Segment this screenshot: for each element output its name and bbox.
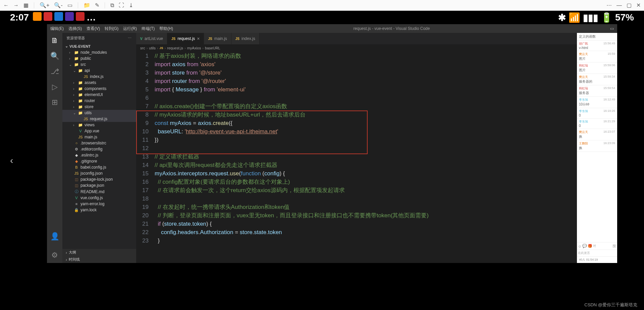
- file-item[interactable]: ○.browserslistrc: [62, 140, 136, 146]
- folder-item[interactable]: ›📁store: [62, 104, 136, 110]
- zoom-out-icon[interactable]: 🔍-: [54, 2, 62, 8]
- file-item[interactable]: ⓘREADME.md: [62, 188, 136, 195]
- gift-icon[interactable]: 🎁: [588, 244, 592, 248]
- chat-message: 韩虹瑞15:59:54服务器: [577, 85, 617, 97]
- chat-message: 樊云天15:59图片: [577, 51, 617, 62]
- project-root[interactable]: ⌄ VUE-EVENT: [62, 43, 136, 49]
- forward-icon[interactable]: →: [13, 2, 19, 8]
- watermark: CSDN @爱你三千遍斯塔克: [584, 302, 637, 308]
- file-item[interactable]: ◆.gitignore: [62, 158, 136, 164]
- fit-icon[interactable]: ▭: [67, 2, 72, 8]
- editor-area: VartList.vueJSrequest.js×JSmain.jsJSinde…: [136, 33, 577, 263]
- minimize-icon[interactable]: —: [616, 2, 622, 8]
- file-item[interactable]: ◫package.json: [62, 182, 136, 188]
- prev-image-icon[interactable]: ‹: [10, 155, 13, 166]
- folder-item[interactable]: ›📁components: [62, 86, 136, 92]
- project-name: VUE-EVENT: [69, 44, 91, 48]
- folder-item[interactable]: ›📁node_modules: [62, 49, 136, 55]
- app-icon: [65, 12, 74, 21]
- folder-item[interactable]: ⌄📁utils: [62, 110, 136, 116]
- chat-footer: 40人 01:54:19: [577, 256, 617, 263]
- menu-item[interactable]: 转到(G): [105, 26, 118, 32]
- line-gutter: 1234567891011121314151617181920212223: [136, 52, 155, 263]
- vscode-window: 编辑(E) 选择(S) 查看(V) 转到(G) 运行(R) 终端(T) 帮助(H…: [47, 24, 617, 263]
- file-item[interactable]: JSindex.js: [62, 74, 136, 80]
- file-item[interactable]: Bbabel.config.js: [62, 164, 136, 170]
- file-item[interactable]: ⚙.editorconfig: [62, 146, 136, 152]
- source-control-icon[interactable]: ⎇: [51, 67, 59, 76]
- maximize-icon[interactable]: ▢: [627, 2, 632, 8]
- window-title: request.js - vue-event - Visual Studio C…: [178, 26, 605, 31]
- phone-time: 2:07: [10, 12, 29, 23]
- folder-item[interactable]: ›📁public: [62, 55, 136, 61]
- download-icon[interactable]: ⤓: [129, 2, 133, 8]
- folder-item[interactable]: ›📁assets: [62, 80, 136, 86]
- chat-message: 樊云天15:59:34服务器的: [577, 74, 617, 85]
- chat-message: 胡广凯15:56:49v-html: [577, 41, 617, 51]
- timeline-panel[interactable]: ›时间线: [62, 256, 136, 263]
- file-item[interactable]: ≡yarn-error.log: [62, 201, 136, 207]
- folder-item[interactable]: ⌄📁api: [62, 68, 136, 74]
- editor-tab[interactable]: JSindex.js: [231, 33, 260, 44]
- menu-item[interactable]: 查看(V): [87, 26, 100, 32]
- chat-message: 樊云天16:23:07换: [577, 129, 617, 140]
- menu-item[interactable]: 运行(R): [123, 26, 137, 32]
- editor-tab[interactable]: JSrequest.js×: [167, 33, 204, 44]
- file-item[interactable]: ◆.eslintrc.js: [62, 152, 136, 158]
- expand-icon[interactable]: ⛶: [119, 2, 124, 8]
- back-icon[interactable]: ←: [3, 2, 9, 8]
- menu-item[interactable]: 选择(S): [68, 26, 82, 32]
- sidebar-more-icon[interactable]: ⋯: [128, 36, 132, 40]
- outline-panel[interactable]: ›大纲: [62, 249, 136, 256]
- debug-icon[interactable]: ▷: [52, 83, 58, 91]
- folder-item[interactable]: ›📁elementUI: [62, 92, 136, 98]
- copy-icon[interactable]: ⧉: [110, 2, 114, 8]
- file-item[interactable]: ◫package-lock.json: [62, 176, 136, 182]
- code-editor[interactable]: 1234567891011121314151617181920212223 //…: [136, 52, 577, 263]
- chat-message: 李东旭16:21:290: [577, 119, 617, 129]
- file-item[interactable]: JSmain.js: [62, 134, 136, 140]
- phone-status-bar: 2:07 … ✱ 📶 ▮▮▮ 🔋 57%: [0, 11, 644, 24]
- edit-icon[interactable]: ✎: [95, 2, 99, 8]
- tab-bar: VartList.vueJSrequest.js×JSmain.jsJSinde…: [136, 33, 577, 44]
- folder-item[interactable]: ⌄📁src: [62, 61, 136, 68]
- account-icon[interactable]: 👤: [50, 232, 59, 241]
- app-icon: [44, 12, 52, 21]
- image-stage: ‹ 2:07 … ✱ 📶 ▮▮▮ 🔋 57% 编辑(E) 选择(S) 查看(V)…: [0, 11, 644, 310]
- chat-icon[interactable]: 💬: [582, 244, 587, 248]
- file-item[interactable]: VApp.vue: [62, 128, 136, 134]
- file-item[interactable]: JSrequest.js: [62, 116, 136, 122]
- chat-input[interactable]: 对: [593, 244, 612, 248]
- editor-tab[interactable]: JSmain.js: [204, 33, 231, 44]
- search-icon[interactable]: 🔍: [50, 52, 59, 60]
- grid-icon[interactable]: ▦: [23, 2, 29, 8]
- viewer-toolbar: ← → ▦ 🔍+ 🔍- ▭ 📁 ✎ ⧉ ⛶ ⤓ ⋯ — ▢ ✕: [0, 0, 644, 11]
- file-item[interactable]: Vvue.config.js: [62, 195, 136, 201]
- chat-message: 王鹏阳16:23:09换: [577, 140, 617, 152]
- app-icon: [33, 12, 42, 21]
- file-item[interactable]: 🔒yarn.lock: [62, 207, 136, 213]
- menu-item[interactable]: 终端(T): [142, 26, 155, 32]
- layout-icon[interactable]: ▭: [610, 26, 614, 31]
- explorer-icon[interactable]: 🗎: [51, 36, 58, 45]
- menu-item[interactable]: 编辑(E): [50, 26, 64, 32]
- extensions-icon[interactable]: ⊞: [52, 98, 58, 107]
- menu-item[interactable]: 帮助(H): [159, 26, 173, 32]
- close-icon[interactable]: ✕: [636, 2, 641, 8]
- folder-icon[interactable]: 📁: [84, 2, 90, 8]
- activity-bar: 🗎 🔍 ⎇ ▷ ⊞ 👤 ⚙: [47, 33, 62, 263]
- more-icon[interactable]: ⋯: [606, 2, 612, 8]
- send-icon[interactable]: 按: [612, 243, 616, 249]
- chat-message: 李东旭16:12:4910分钟: [577, 97, 617, 108]
- breadcrumb[interactable]: src›utils›JS›request.js›myAxios›baseURL: [136, 44, 577, 52]
- folder-item[interactable]: ›📁router: [62, 98, 136, 104]
- menubar: 编辑(E) 选择(S) 查看(V) 转到(G) 运行(R) 终端(T) 帮助(H…: [47, 24, 617, 33]
- zoom-in-icon[interactable]: 🔍+: [40, 2, 49, 8]
- editor-tab[interactable]: VartList.vue: [136, 33, 167, 44]
- file-item[interactable]: JSjsconfig.json: [62, 170, 136, 176]
- chat-placeholder[interactable]: 在此发言: [578, 251, 616, 255]
- folder-item[interactable]: ›📁views: [62, 122, 136, 128]
- settings-icon[interactable]: ⚙: [51, 251, 58, 260]
- sidebar: 资源管理器 ⋯ ⌄ VUE-EVENT ›📁node_modules›📁publ…: [62, 33, 136, 263]
- emoji-icon[interactable]: ☺: [578, 244, 582, 248]
